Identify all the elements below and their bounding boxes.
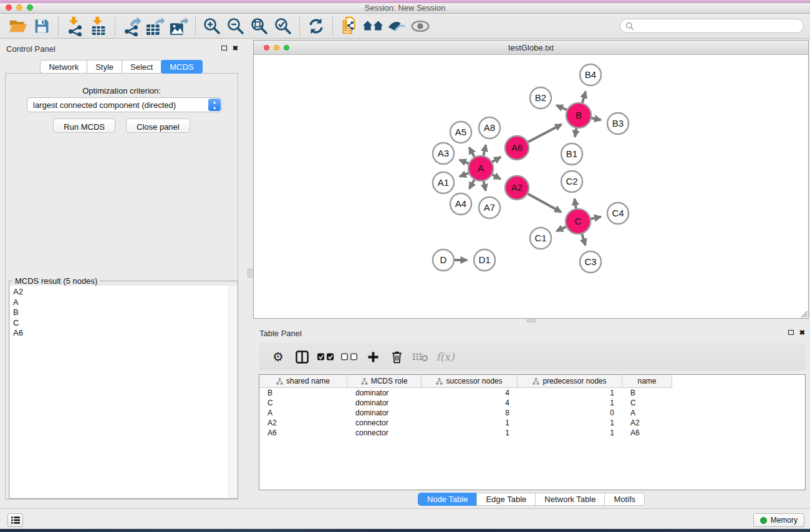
graph-edge[interactable] <box>592 118 601 120</box>
graph-edge[interactable] <box>483 145 486 155</box>
select-all-icon[interactable] <box>314 347 337 366</box>
table-row[interactable]: A2connector11A2 <box>259 418 805 428</box>
graph-node-d1[interactable]: D1 <box>474 249 495 271</box>
zoom-selected-icon[interactable] <box>271 16 295 37</box>
graph-node-a7[interactable]: A7 <box>479 197 500 218</box>
mcds-result-item[interactable]: C <box>13 318 228 329</box>
mcds-result-item[interactable]: B <box>13 307 228 318</box>
zoom-out-icon[interactable] <box>224 16 248 37</box>
add-column-icon[interactable] <box>361 347 385 366</box>
tab-network[interactable]: Network <box>40 60 87 74</box>
dropdown-stepper-icon[interactable]: ▲▼ <box>208 99 221 111</box>
memory-button[interactable]: Memory <box>753 513 804 527</box>
optimization-dropdown[interactable]: largest connected component (directed) ▲… <box>27 97 222 112</box>
graph-node-a2[interactable]: A2 <box>505 176 529 200</box>
graph-node-c3[interactable]: C3 <box>580 251 601 273</box>
graph-edge[interactable] <box>575 128 576 137</box>
delete-icon[interactable] <box>385 347 408 366</box>
tab-mcds[interactable]: MCDS <box>161 60 202 74</box>
export-table-icon[interactable] <box>143 16 167 37</box>
graph-node-b1[interactable]: B1 <box>561 143 582 165</box>
graph-edge[interactable] <box>528 194 561 212</box>
half-eye-icon[interactable] <box>385 16 408 37</box>
mcds-result-item[interactable]: A <box>13 297 228 308</box>
graph-edge[interactable] <box>493 175 501 179</box>
gear-icon[interactable]: ⚙ <box>266 347 290 366</box>
table-row[interactable]: A6connector11A6 <box>259 428 805 438</box>
graph-node-b3[interactable]: B3 <box>607 113 629 134</box>
zoom-fit-icon[interactable] <box>248 16 271 37</box>
close-panel-icon[interactable]: ✖ <box>233 45 238 51</box>
import-network-icon[interactable] <box>63 16 87 37</box>
graph-node-c2[interactable]: C2 <box>561 171 582 192</box>
graph-edge[interactable] <box>591 217 601 219</box>
double-house-icon[interactable] <box>361 16 385 37</box>
graph-node-c[interactable]: C <box>566 209 591 234</box>
column-header-shared-name[interactable]: shared name <box>259 375 347 388</box>
export-network-icon[interactable] <box>120 16 143 37</box>
graph-node-d[interactable]: D <box>433 249 454 271</box>
zoom-in-icon[interactable] <box>200 16 224 37</box>
search-input[interactable] <box>634 21 790 31</box>
graph-edge[interactable] <box>492 157 501 162</box>
mcds-result-scrollbar[interactable] <box>228 286 237 498</box>
float-table-panel-icon[interactable] <box>788 330 794 335</box>
graph-node-a[interactable]: A <box>468 156 493 181</box>
graph-edge[interactable] <box>556 105 567 110</box>
mcds-result-item[interactable]: A2 <box>13 287 228 297</box>
refresh-icon[interactable] <box>304 16 328 37</box>
import-table-icon[interactable] <box>87 16 110 37</box>
tab-style[interactable]: Style <box>87 60 122 74</box>
graph-node-a5[interactable]: A5 <box>450 122 471 143</box>
mcds-result-item[interactable]: A6 <box>13 328 228 339</box>
run-mcds-button[interactable]: Run MCDS <box>53 118 115 133</box>
graph-node-a3[interactable]: A3 <box>433 143 454 164</box>
graph-node-a6[interactable]: A6 <box>505 136 529 160</box>
graph-edge[interactable] <box>460 173 468 177</box>
graph-node-c1[interactable]: C1 <box>530 228 551 249</box>
open-session-icon[interactable] <box>6 16 30 37</box>
graph-node-a8[interactable]: A8 <box>479 117 500 138</box>
tab-node-table[interactable]: Node Table <box>418 493 478 506</box>
graph-edge[interactable] <box>582 234 586 245</box>
column-header-predecessor-nodes[interactable]: predecessor nodes <box>518 375 622 388</box>
graph-edge[interactable] <box>528 124 562 142</box>
columns-icon[interactable] <box>290 347 314 366</box>
float-panel-icon[interactable] <box>221 46 227 51</box>
horizontal-splitter-handle[interactable] <box>527 319 536 322</box>
clone-network-icon[interactable] <box>337 16 361 37</box>
tab-edge-table[interactable]: Edge Table <box>476 493 536 506</box>
graph-edge[interactable] <box>460 160 469 163</box>
column-header-successor-nodes[interactable]: successor nodes <box>422 375 518 388</box>
delete-table-icon[interactable] <box>408 347 432 366</box>
tab-select[interactable]: Select <box>122 60 162 74</box>
graph-node-b4[interactable]: B4 <box>580 64 601 85</box>
eye-icon[interactable] <box>408 16 432 37</box>
export-image-icon[interactable] <box>167 16 191 37</box>
resize-grip-icon[interactable] <box>799 309 808 317</box>
graph-node-b[interactable]: B <box>566 103 591 128</box>
graph-node-b2[interactable]: B2 <box>530 87 551 109</box>
search-field[interactable] <box>620 19 804 33</box>
save-session-icon[interactable] <box>30 16 54 37</box>
graph-node-c4[interactable]: C4 <box>607 203 629 224</box>
graph-edge[interactable] <box>557 227 566 231</box>
mcds-result-list[interactable]: A2ABCA6 <box>10 286 228 498</box>
close-panel-button[interactable]: Close panel <box>126 118 190 133</box>
graph-edge[interactable] <box>574 199 576 209</box>
close-table-panel-icon[interactable]: ✖ <box>799 329 805 336</box>
graph-edge[interactable] <box>484 181 486 191</box>
graph-edge[interactable] <box>470 148 475 157</box>
graph-edge[interactable] <box>582 92 586 103</box>
graph-node-a4[interactable]: A4 <box>450 193 471 215</box>
graph-edge[interactable] <box>470 180 475 188</box>
network-canvas[interactable]: AA1A2A3A4A5A6A7A8BB1B2B3B4CC1C2C3C4DD1 <box>254 55 808 318</box>
tab-network-table[interactable]: Network Table <box>535 493 605 506</box>
tab-motifs[interactable]: Motifs <box>604 493 645 506</box>
graph-node-a1[interactable]: A1 <box>433 172 454 193</box>
column-header-mcds-role[interactable]: MCDS role <box>347 375 422 388</box>
function-builder-icon[interactable]: f(x) <box>432 347 456 366</box>
table-row[interactable]: Cdominator41C <box>259 398 805 408</box>
table-row[interactable]: Adominator80A <box>259 408 805 418</box>
task-history-button[interactable] <box>7 513 23 527</box>
